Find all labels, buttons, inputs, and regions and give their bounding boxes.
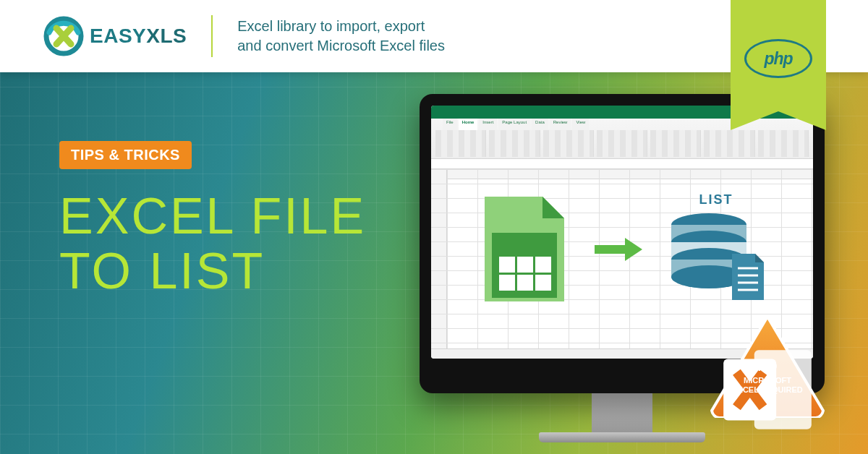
svg-rect-2 [499, 257, 515, 273]
monitor-stand-base [539, 432, 705, 442]
no-excel-badge: NO MICROSOFT EXCEL REQUIRED [707, 312, 827, 418]
tech-ribbon: php [731, 0, 826, 130]
excel-tab: View [572, 119, 589, 130]
php-badge: php [744, 39, 812, 78]
hero-text: TIPS & TRICKS EXCEL FILE TO LIST [59, 141, 366, 299]
brand-easy: EASY [90, 25, 146, 48]
warn-line1: MICROSOFT [744, 376, 791, 385]
warn-line2: EXCEL REQUIRED [732, 385, 803, 394]
divider [211, 15, 213, 57]
monitor-stand-neck [592, 393, 652, 432]
monitor-illustration: File Home Insert Page Layout Data Review… [420, 94, 825, 442]
svg-rect-5 [499, 275, 515, 291]
excel-tab: Home [459, 119, 478, 130]
brand-wordmark: EASYXLS [90, 25, 187, 48]
brand-xls: XLS [146, 25, 187, 48]
list-target: LIST [665, 192, 767, 306]
excel-tab: Data [532, 119, 548, 130]
svg-rect-4 [535, 257, 551, 273]
hero-title-line1: EXCEL FILE [59, 189, 366, 244]
php-label: php [764, 49, 792, 69]
no-excel-text: NO MICROSOFT EXCEL REQUIRED [707, 359, 827, 395]
warn-no: NO [707, 359, 827, 375]
spreadsheet-file-icon [477, 193, 571, 305]
list-label: LIST [699, 192, 733, 207]
hero-title: EXCEL FILE TO LIST [59, 189, 366, 299]
brand-logo: EASYXLS [43, 16, 187, 56]
hero-title-line2: TO LIST [59, 244, 366, 299]
easyxls-logo-icon [43, 16, 84, 56]
conversion-graphic: LIST [431, 192, 813, 306]
svg-rect-6 [517, 275, 533, 291]
arrow-right-icon [593, 235, 644, 264]
svg-rect-7 [535, 275, 551, 291]
excel-tab: Page Layout [498, 119, 530, 130]
excel-tab: Review [550, 119, 571, 130]
excel-tab: Insert [479, 119, 497, 130]
tagline-line1: Excel library to import, export [237, 17, 445, 36]
tagline-line2: and convert Microsoft Excel files [237, 36, 445, 56]
svg-rect-3 [517, 257, 533, 273]
excel-tab: File [443, 119, 457, 130]
tips-pill: TIPS & TRICKS [59, 141, 192, 169]
excel-formula-bar [431, 159, 813, 169]
excel-ribbon-groups [435, 130, 809, 157]
tagline: Excel library to import, export and conv… [237, 17, 445, 56]
database-list-icon [665, 212, 767, 306]
